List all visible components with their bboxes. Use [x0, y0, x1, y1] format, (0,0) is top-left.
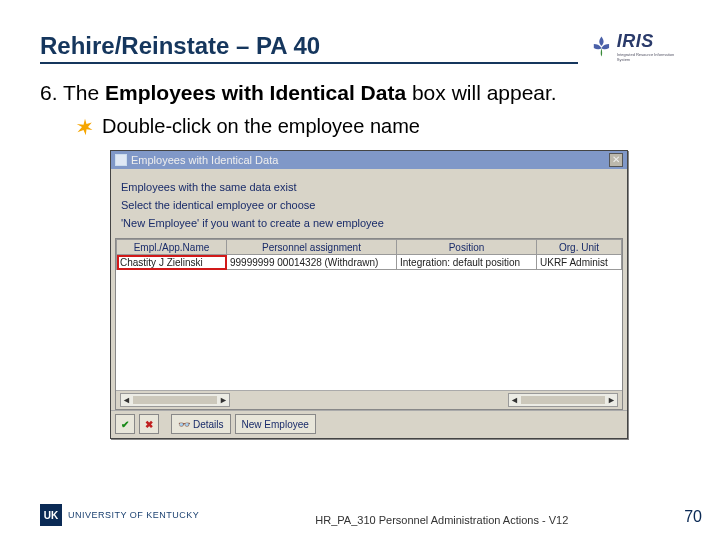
scroll-left-icon[interactable]: ◄ [122, 395, 131, 405]
grid-empty-area [116, 270, 622, 390]
col-assignment[interactable]: Personnel assignment [227, 240, 397, 255]
uk-name: UNIVERSITY OF KENTUCKY [68, 510, 199, 520]
step-6: 6. The Employees with Identical Data box… [40, 78, 680, 107]
col-org[interactable]: Org. Unit [537, 240, 622, 255]
step-bullet: Double-click on the employee name [40, 115, 680, 138]
step-number: 6. [40, 81, 58, 104]
details-button[interactable]: 👓 Details [171, 414, 231, 434]
dialog-msg-2: Select the identical employee or choose [121, 197, 617, 215]
h-scroll-left[interactable]: ◄ ► [120, 393, 230, 407]
h-scroll-right[interactable]: ◄ ► [508, 393, 618, 407]
cell-org[interactable]: UKRF Administ [537, 255, 622, 270]
details-label: Details [193, 419, 224, 430]
dialog-msg-3: 'New Employee' if you want to create a n… [121, 215, 617, 233]
scroll-right-icon[interactable]: ► [219, 395, 228, 405]
new-employee-button[interactable]: New Employee [235, 414, 316, 434]
ok-button[interactable]: ✔ [115, 414, 135, 434]
step-bold-phrase: Employees with Identical Data [105, 81, 406, 104]
glasses-icon: 👓 [178, 419, 190, 430]
iris-brand-text: IRIS [617, 31, 680, 52]
page-title: Rehire/Reinstate – PA 40 [40, 32, 578, 64]
page-number: 70 [684, 508, 702, 526]
table-row[interactable]: Chastity J Zielinski 99999999 00014328 (… [117, 255, 622, 270]
col-name[interactable]: Empl./App.Name [117, 240, 227, 255]
dialog-msg-1: Employees with the same data exist [121, 179, 617, 197]
iris-flower-icon [590, 33, 613, 59]
identical-data-dialog: Employees with Identical Data ✕ Employee… [110, 150, 628, 439]
scroll-left-icon[interactable]: ◄ [510, 395, 519, 405]
uk-logo: UK UNIVERSITY OF KENTUCKY [40, 504, 199, 526]
employee-grid: Empl./App.Name Personnel assignment Posi… [115, 238, 623, 410]
close-icon[interactable]: ✕ [609, 153, 623, 167]
bullet-text: Double-click on the employee name [102, 115, 420, 138]
star-burst-icon [76, 118, 94, 136]
cell-position[interactable]: Integration: default position [397, 255, 537, 270]
footer-doc: HR_PA_310 Personnel Administration Actio… [199, 514, 684, 526]
cell-name[interactable]: Chastity J Zielinski [117, 255, 227, 270]
window-icon [115, 154, 127, 166]
iris-tagline: Integrated Resource Information System [617, 52, 680, 62]
step-text-prefix: The [63, 81, 105, 104]
dialog-toolbar: ✔ ✖ 👓 Details New Employee [111, 410, 627, 438]
scroll-right-icon[interactable]: ► [607, 395, 616, 405]
uk-mark: UK [40, 504, 62, 526]
dialog-title: Employees with Identical Data [131, 154, 278, 166]
svg-marker-0 [77, 119, 93, 136]
iris-logo: IRIS Integrated Resource Information Sys… [590, 28, 680, 64]
grid-header-row: Empl./App.Name Personnel assignment Posi… [117, 240, 622, 255]
step-text-suffix: box will appear. [406, 81, 557, 104]
cell-assignment[interactable]: 99999999 00014328 (Withdrawn) [227, 255, 397, 270]
cancel-button[interactable]: ✖ [139, 414, 159, 434]
col-position[interactable]: Position [397, 240, 537, 255]
